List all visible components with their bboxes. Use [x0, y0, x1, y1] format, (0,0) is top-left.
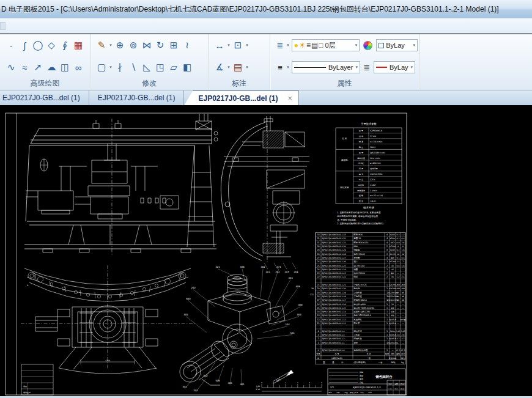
polygon-icon[interactable]: ◇	[45, 37, 58, 53]
wave-line-icon[interactable]: ∿	[4, 59, 18, 75]
quick-access-toolbar[interactable]	[0, 22, 6, 30]
linetype-combo[interactable]: ByLayer ▾	[292, 61, 360, 73]
document-tab-2[interactable]: EJP0217J0-GB...del (1)	[89, 90, 185, 105]
block-icon[interactable]: ◫	[58, 59, 72, 75]
mirror-icon[interactable]: ⋈	[140, 37, 153, 53]
line-style-icon[interactable]: ≡	[275, 59, 286, 75]
svg-text:回转支承: 回转支承	[354, 330, 363, 333]
smart-dimension-icon[interactable]: ⊡	[231, 37, 245, 53]
document-tab-3[interactable]: EJP0217J0-GB...del (1)×	[184, 90, 299, 105]
svg-text:n=736 r/min: n=736 r/min	[370, 141, 382, 143]
pointer-icon[interactable]: ↗	[31, 59, 45, 75]
layer-settings-dropdown-icon[interactable]: ▾	[286, 43, 290, 48]
extend-icon[interactable]: ◺	[140, 59, 153, 75]
edit-pencil-icon[interactable]: ✎	[95, 37, 108, 53]
linear-dimension-icon[interactable]: ↔	[213, 37, 226, 53]
break-icon[interactable]: ∤	[113, 59, 127, 75]
svg-text:17: 17	[317, 299, 319, 301]
layer-swatch-icon[interactable]: □	[319, 42, 323, 49]
solid-icon[interactable]: ▱	[167, 59, 180, 75]
linear-dimension-dropdown-icon[interactable]: ▾	[226, 43, 231, 48]
layer-combo[interactable]: ●☀≡▤□ 0层 ▾	[292, 39, 360, 51]
smart-dimension-dropdown-icon[interactable]: ▾	[245, 43, 249, 48]
drawing-canvas[interactable]: 主要技术参数电 机型 号YZP250M1-8功 率37 kW转 速n=736 r…	[0, 105, 532, 398]
svg-text:14: 14	[317, 311, 319, 313]
rotate-icon[interactable]: ↻	[153, 37, 167, 53]
trim-icon[interactable]: ∖	[127, 59, 140, 75]
point-icon[interactable]: ·	[4, 37, 18, 53]
svg-text:90: 90	[402, 295, 404, 298]
svg-text:(设计院专用): (设计院专用)	[353, 361, 366, 364]
svg-text:22: 22	[317, 276, 319, 278]
color-combo[interactable]: ByLay ▾	[376, 39, 418, 51]
svg-text:180: 180	[396, 287, 400, 290]
layer-thaw-sun-icon[interactable]: ☀	[299, 42, 306, 49]
array-icon[interactable]: ⊞	[167, 37, 180, 53]
svg-text:1: 1	[386, 284, 388, 286]
annotation-edit-dropdown-icon[interactable]: ▾	[245, 65, 249, 70]
lineweight-icon[interactable]: ≣	[361, 59, 372, 75]
chamfer-icon[interactable]: ◳	[153, 59, 167, 75]
tab-close-icon[interactable]: ×	[288, 94, 293, 103]
svg-text:204: 204	[294, 271, 299, 273]
copy-icon[interactable]: ⊚	[127, 37, 140, 53]
svg-text:21: 21	[317, 284, 319, 286]
linetype-combo-arrow-icon[interactable]: ▾	[353, 65, 358, 70]
svg-text:203: 203	[285, 271, 289, 273]
stretch-icon[interactable]: ≀	[180, 37, 194, 53]
revision-cloud-icon[interactable]: ☁	[45, 59, 58, 75]
svg-text:涂润滑脂后方可装配, 各运动部件应转动灵: 涂润滑脂后方可装配, 各运动部件应转动灵	[337, 215, 378, 218]
layer-lock-icon[interactable]: ≡	[306, 42, 311, 49]
svg-text:1: 1	[273, 382, 275, 384]
region-icon[interactable]: ∞	[72, 59, 85, 75]
scale-dropdown-icon[interactable]: ▾	[108, 65, 113, 70]
svg-text:电 压: 电 压	[359, 146, 364, 149]
svg-text:比例: 比例	[389, 383, 393, 385]
svg-text:4: 4	[386, 241, 388, 244]
coordinate-dimension-icon[interactable]: ∡	[213, 59, 226, 75]
line-style-dropdown-icon[interactable]: ▾	[286, 65, 290, 70]
svg-text:螺栓 M36×130: 螺栓 M36×130	[354, 241, 369, 244]
svg-text:—: —	[397, 307, 399, 309]
coordinate-dimension-dropdown-icon[interactable]: ▾	[226, 65, 231, 70]
svg-text:量: 量	[332, 361, 334, 364]
svg-text:225 t: 225 t	[370, 179, 375, 181]
svg-text:件号: 件号	[316, 353, 320, 355]
function-curve-icon[interactable]: ∫	[18, 37, 31, 53]
svg-text:螺母 M36: 螺母 M36	[354, 233, 363, 236]
sketch-line-icon[interactable]: ≈	[18, 59, 31, 75]
ellipse-icon[interactable]: ◯	[31, 37, 45, 53]
lineweight-combo-arrow-icon[interactable]: ▾	[408, 65, 413, 70]
svg-text:EJP0217J0-GBS3101.1-21: EJP0217J0-GBS3101.1-21	[322, 284, 346, 286]
svg-text:EJP0217J0-GBS3101.1-31: EJP0217J0-GBS3101.1-31	[322, 241, 346, 244]
document-tab-1[interactable]: EJP0217J0-GB...del (1)	[0, 90, 89, 105]
table-icon[interactable]: ▦	[72, 37, 85, 53]
svg-text:1: 1	[386, 330, 388, 333]
layer-on-bulb-icon[interactable]: ●	[294, 42, 298, 49]
svg-text:30: 30	[317, 245, 319, 248]
layer-combo-arrow-icon[interactable]: ▾	[353, 43, 358, 48]
move-icon[interactable]: ⊕	[113, 37, 127, 53]
svg-text:EJP0217J0-GBS3101.1-17: EJP0217J0-GBS3101.1-17	[322, 299, 346, 301]
title-bar[interactable]: D 电子图板2015 - [C:\Users\Administrator\Des…	[0, 0, 532, 18]
view-plan	[21, 265, 196, 374]
svg-text:≈8.4 t: ≈8.4 t	[370, 200, 377, 202]
offset-icon[interactable]: ◧	[180, 59, 194, 75]
scale-icon[interactable]: ▢	[95, 59, 108, 75]
svg-text:45: 45	[391, 276, 394, 278]
color-wheel-icon[interactable]	[363, 41, 372, 50]
color-combo-arrow-icon[interactable]: ▾	[411, 43, 415, 48]
menu-strip	[0, 18, 532, 34]
svg-text:活, 不得有卡阻现象.: 活, 不得有卡阻现象.	[337, 218, 357, 221]
layer-print-icon[interactable]: ▤	[311, 42, 318, 49]
edit-pencil-dropdown-icon[interactable]: ▾	[108, 43, 113, 48]
formula-curve-icon[interactable]: ∮	[58, 37, 72, 53]
svg-text:中心距: 中心距	[358, 161, 364, 164]
svg-text:数量: 数量	[385, 353, 389, 355]
layer-settings-icon[interactable]: ≣	[275, 37, 286, 53]
annotation-edit-icon[interactable]: ▤	[231, 59, 245, 75]
lineweight-combo[interactable]: ByLay ▾	[374, 61, 415, 73]
svg-text:1:10: 1:10	[388, 388, 392, 390]
svg-text:1: 1	[386, 334, 388, 336]
svg-text:挡圈: 挡圈	[354, 268, 358, 271]
